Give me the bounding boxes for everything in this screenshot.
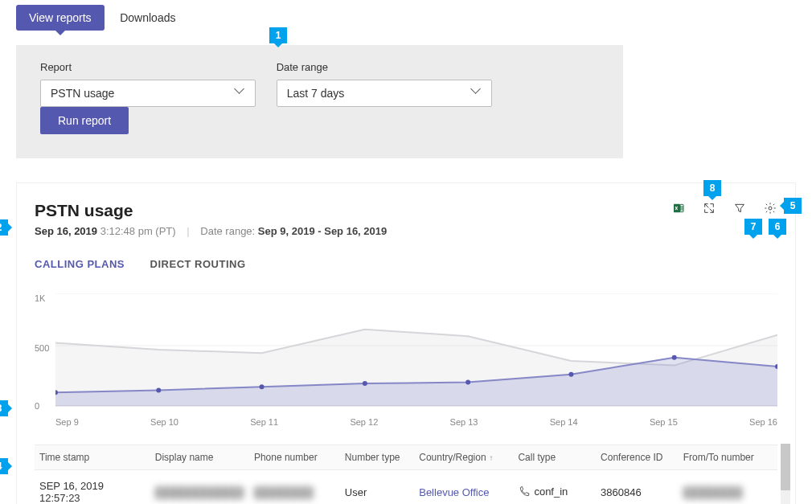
x-tick: Sep 10 xyxy=(150,417,178,427)
report-config-bar: 1 Report PSTN usage Date range Last 7 da… xyxy=(16,45,623,158)
date-range-value-text: Sep 9, 2019 - Sep 16, 2019 xyxy=(258,225,387,237)
report-label: Report xyxy=(40,61,256,73)
report-time: 3:12:48 pm (PT) xyxy=(100,225,176,237)
x-tick: Sep 9 xyxy=(55,417,79,427)
subtab-calling-plans[interactable]: CALLING PLANS xyxy=(35,258,125,273)
cell-timestamp: SEP 16, 2019 12:57:23 xyxy=(35,470,150,505)
report-select[interactable]: PSTN usage xyxy=(40,80,256,107)
cell-country[interactable]: Bellevue Office xyxy=(414,470,513,505)
svg-point-10 xyxy=(156,387,161,392)
y-tick-bot: 0 xyxy=(35,401,39,411)
report-meta: Sep 16, 2019 3:12:48 pm (PT) | Date rang… xyxy=(35,225,777,237)
filter-icon[interactable] xyxy=(732,201,747,215)
date-range-group: Date range Last 7 days xyxy=(277,61,492,107)
chart-svg xyxy=(55,293,777,414)
report-card: 2 3 4 5 8 7 6 PSTN usage Sep 16, 2019 3:… xyxy=(16,182,796,504)
date-range-prefix: Date range: xyxy=(200,225,255,237)
svg-point-15 xyxy=(672,355,677,360)
report-date: Sep 16, 2019 xyxy=(35,225,97,237)
x-tick: Sep 16 xyxy=(749,417,777,427)
phone-icon xyxy=(518,486,531,498)
col-phone[interactable]: Phone number xyxy=(249,445,340,470)
table-body: SEP 16, 2019 12:57:23███████████████████… xyxy=(35,470,777,505)
run-report-button[interactable]: Run report xyxy=(40,107,129,134)
col-display-name[interactable]: Display name xyxy=(150,445,249,470)
x-tick: Sep 14 xyxy=(550,417,578,427)
report-actions xyxy=(671,201,777,215)
tab-view-reports[interactable]: View reports xyxy=(16,5,105,31)
date-range-label: Date range xyxy=(277,61,492,73)
svg-point-13 xyxy=(465,380,470,385)
x-axis-labels: Sep 9Sep 10Sep 11Sep 12Sep 13Sep 14Sep 1… xyxy=(55,417,777,427)
results-table-wrap: Time stamp Display name Phone number Num… xyxy=(35,445,777,504)
subtab-direct-routing[interactable]: DIRECT ROUTING xyxy=(150,258,246,273)
col-from-to[interactable]: From/To number xyxy=(679,445,777,470)
svg-point-11 xyxy=(260,384,265,389)
report-title: PSTN usage xyxy=(35,201,777,220)
meta-separator: | xyxy=(187,225,189,237)
chevron-down-icon xyxy=(472,88,482,98)
report-select-value: PSTN usage xyxy=(51,87,114,100)
cell-phone: ████████ xyxy=(249,470,340,505)
col-call-type[interactable]: Call type xyxy=(513,445,596,470)
annotation-5: 5 xyxy=(784,198,802,214)
x-tick: Sep 15 xyxy=(650,417,678,427)
x-tick: Sep 12 xyxy=(350,417,378,427)
sort-asc-icon: ↑ xyxy=(490,453,494,462)
subtabs: CALLING PLANS DIRECT ROUTING xyxy=(35,258,777,274)
usage-chart: 1K 500 0 Sep 9Sep 10Sep 11Sep 12Sep 13Se… xyxy=(35,293,777,430)
svg-point-12 xyxy=(363,381,367,386)
chevron-down-icon xyxy=(236,88,245,98)
settings-icon[interactable] xyxy=(763,201,777,215)
cell-conf-id: 3860846 xyxy=(596,470,679,505)
top-tabs: View reports Downloads xyxy=(0,0,812,31)
cell-call-type: conf_in xyxy=(513,470,596,505)
y-tick-mid: 500 xyxy=(35,343,49,353)
results-table: Time stamp Display name Phone number Num… xyxy=(35,445,777,504)
cell-from-to: ████████ xyxy=(679,470,777,505)
annotation-8: 8 xyxy=(703,180,721,196)
annotation-4: 4 xyxy=(0,458,8,474)
scrollbar[interactable] xyxy=(781,444,790,504)
cell-display-name: ████████████ xyxy=(150,470,249,505)
date-range-select[interactable]: Last 7 days xyxy=(277,80,492,107)
report-select-group: Report PSTN usage xyxy=(40,61,256,107)
tab-downloads[interactable]: Downloads xyxy=(107,5,188,31)
col-timestamp[interactable]: Time stamp xyxy=(35,445,150,470)
y-tick-top: 1K xyxy=(35,293,45,303)
scroll-thumb[interactable] xyxy=(781,444,790,490)
col-number-type[interactable]: Number type xyxy=(340,445,414,470)
x-tick: Sep 11 xyxy=(250,417,278,427)
x-tick: Sep 13 xyxy=(450,417,478,427)
annotation-3: 3 xyxy=(0,400,8,416)
fullscreen-icon[interactable] xyxy=(702,201,716,215)
cell-number-type: User xyxy=(340,470,414,505)
col-country[interactable]: Country/Region↑ xyxy=(414,445,513,470)
col-conf-id[interactable]: Conference ID xyxy=(596,445,679,470)
svg-point-5 xyxy=(769,207,772,210)
svg-rect-0 xyxy=(674,204,680,213)
table-row[interactable]: SEP 16, 2019 12:57:23███████████████████… xyxy=(35,470,777,505)
date-range-value: Last 7 days xyxy=(287,87,345,100)
svg-point-14 xyxy=(568,372,573,377)
export-excel-icon[interactable] xyxy=(671,201,686,215)
annotation-2: 2 xyxy=(0,219,8,236)
